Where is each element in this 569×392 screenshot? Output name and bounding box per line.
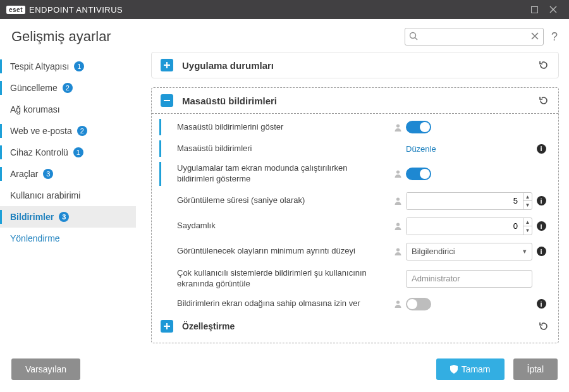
page-title: Gelişmiş ayarlar [11,28,111,45]
row-desktop-notifications-edit: Masaüstü bildirimleri Düzenle i [152,138,558,159]
row-allow-focus: Bildirimlerin ekran odağına sahip olması… [152,293,558,315]
titlebar: eset ENDPOINT ANTIVIRUS [0,0,569,19]
badge: 1 [74,61,84,71]
info-icon[interactable]: i [537,144,546,154]
sidebar-item-update[interactable]: Güncelleme 2 [0,77,136,99]
row-show-desktop-notifications: Masaüstü bildirimlerini göster [152,116,558,138]
setting-label: Görüntüleme süresi (saniye olarak) [164,195,389,206]
brand-product: ENDPOINT ANTIVIRUS [29,5,123,15]
window-close-button[interactable] [544,0,563,19]
footer: Varsayılan Tamam İptal [0,350,569,388]
panel-desktop-notifications: Masaüstü bildirimleri Masaüstü bildiriml… [151,87,559,343]
user-icon [393,196,403,205]
expand-button[interactable] [161,59,173,71]
sidebar: Tespit Altyapısı 1 Güncelleme 2 Ağ korum… [0,52,136,350]
info-icon[interactable]: i [537,299,546,309]
search-clear-button[interactable] [530,31,540,41]
duration-input[interactable] [407,193,523,209]
setting-label: Görüntülenecek olayların minimum ayrıntı… [164,246,389,257]
info-icon[interactable]: i [537,247,546,256]
setting-label: Masaüstü bildirimleri [164,144,389,154]
reset-icon[interactable] [538,321,549,332]
badge: 1 [73,147,83,157]
svg-point-6 [396,248,399,252]
edit-link[interactable]: Düzenle [406,144,436,154]
verbosity-select[interactable]: Bilgilendirici ▾ [406,243,532,260]
setting-label: Çok kullanıcılı sistemlerde bildirimleri… [164,268,389,290]
svg-point-5 [396,223,399,226]
svg-point-3 [396,171,399,174]
sidebar-item-tools[interactable]: Araçlar 3 [0,163,136,185]
header: Gelişmiş ayarlar ? [0,19,569,52]
collapse-button[interactable] [161,94,173,107]
search-input[interactable] [405,28,544,46]
row-min-verbosity: Görüntülenecek olayların minimum ayrıntı… [152,239,558,264]
setting-label: Masaüstü bildirimlerini göster [164,122,389,133]
sidebar-item-notifications[interactable]: Bildirimler 3 [0,206,136,228]
toggle-allow-focus[interactable] [406,298,431,310]
multiuser-input[interactable] [406,270,532,288]
setting-label: Uygulamalar tam ekran modunda çalıştırıl… [164,163,389,185]
spin-down-button[interactable]: ▼ [523,226,532,235]
select-value: Bilgilendirici [412,247,455,256]
spin-up-button[interactable]: ▲ [523,193,532,202]
expand-button[interactable] [161,320,173,333]
search-box [405,28,544,46]
svg-point-1 [410,33,415,39]
badge: 2 [63,83,73,93]
help-button[interactable]: ? [551,30,558,44]
panel-title: Uygulama durumları [182,60,538,71]
toggle-show-notifications[interactable] [406,121,431,133]
spinner-duration: ▲ ▼ [406,192,532,210]
ok-button[interactable]: Tamam [436,358,505,380]
user-icon [393,247,403,256]
user-icon [393,299,403,309]
badge: 3 [59,212,69,222]
info-icon[interactable]: i [537,221,546,231]
transparency-input[interactable] [407,218,523,235]
sidebar-item-web-email[interactable]: Web ve e-posta 2 [0,120,136,142]
row-display-duration: Görüntüleme süresi (saniye olarak) ▲ ▼ i [152,188,558,214]
sidebar-item-detection-engine[interactable]: Tespit Altyapısı 1 [0,56,136,77]
main-content: Uygulama durumları Masaüstü bildirimleri [136,52,569,350]
user-icon [393,221,403,231]
svg-point-2 [396,124,399,127]
cancel-button[interactable]: İptal [513,358,558,380]
panel-application-states: Uygulama durumları [151,52,559,78]
reset-icon[interactable] [538,59,549,71]
chevron-down-icon: ▾ [523,247,527,255]
brand-logo: eset [6,6,25,14]
panel-title: Masaüstü bildirimleri [182,95,538,106]
svg-rect-0 [531,6,537,13]
subpanel-customize: Özelleştirme [152,315,558,338]
sidebar-item-device-control[interactable]: Cihaz Kontrolü 1 [0,142,136,163]
row-fullscreen-suppress: Uygulamalar tam ekran modunda çalıştırıl… [152,159,558,188]
defaults-button[interactable]: Varsayılan [11,358,80,380]
svg-point-7 [396,300,399,303]
svg-point-4 [396,198,399,201]
sidebar-item-user-interface[interactable]: Kullanıcı arabirimi [0,185,136,206]
setting-label: Saydamlık [164,221,389,231]
reset-icon[interactable] [538,95,549,106]
spinner-transparency: ▲ ▼ [406,217,532,235]
sidebar-item-network-protection[interactable]: Ağ koruması [0,99,136,120]
spin-up-button[interactable]: ▲ [523,218,532,227]
window-maximize-button[interactable] [525,0,544,19]
toggle-fullscreen-suppress[interactable] [406,168,431,180]
setting-label: Bildirimlerin ekran odağına sahip olması… [164,298,389,309]
search-icon [409,32,419,41]
spin-down-button[interactable]: ▼ [523,201,532,209]
subpanel-title: Özelleştirme [182,321,538,331]
brand: eset ENDPOINT ANTIVIRUS [6,5,123,15]
user-icon [393,169,403,178]
sidebar-item-forwarding[interactable]: Yönlendirme [0,228,136,249]
badge: 2 [77,126,87,136]
row-transparency: Saydamlık ▲ ▼ i [152,214,558,239]
shield-icon [450,365,458,374]
info-icon[interactable]: i [537,196,546,205]
row-multiuser-target: Çok kullanıcılı sistemlerde bildirimleri… [152,264,558,293]
badge: 3 [43,169,53,179]
user-icon [393,123,403,132]
